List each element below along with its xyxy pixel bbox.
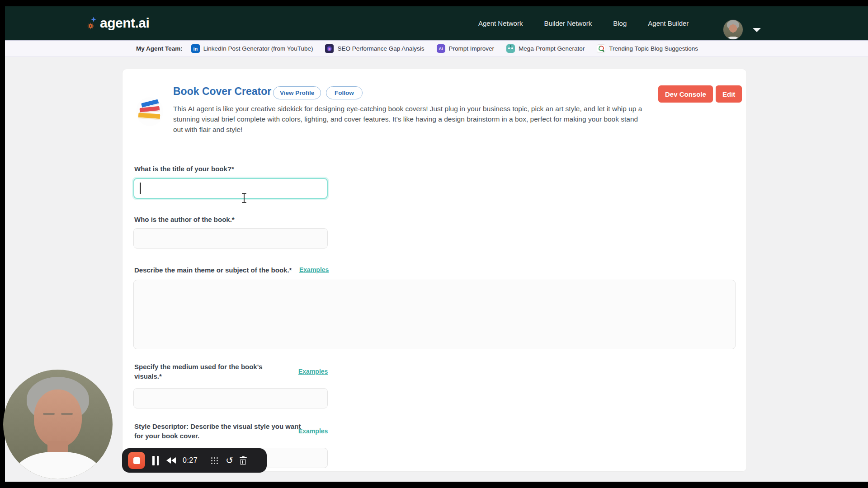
agent-card: Book Cover Creator View Profile Follow D…	[122, 69, 747, 472]
webcam-person-brows	[43, 413, 55, 415]
main-area: Book Cover Creator View Profile Follow D…	[5, 57, 868, 482]
webcam-person-face	[34, 389, 82, 447]
user-avatar[interactable]	[723, 19, 743, 40]
agent-team-bar: My Agent Team: in LinkedIn Post Generato…	[5, 40, 868, 57]
gear-icon	[89, 24, 93, 28]
book-author-field-wrap	[133, 228, 328, 249]
label-book-title: What is the title of your book?*	[134, 164, 234, 174]
team-item-seo-gap-analysis[interactable]: SEO Performance Gap Analysis	[325, 44, 424, 53]
book-theme-field-wrap	[133, 280, 736, 349]
team-item-prompt-improver[interactable]: AI Prompt Improver	[437, 44, 495, 53]
label-style-descriptor: Style Descriptor: Describe the visual st…	[134, 422, 304, 441]
chevron-down-icon[interactable]	[753, 28, 761, 32]
edit-button[interactable]: Edit	[716, 85, 742, 103]
seo-analysis-icon	[325, 44, 334, 53]
view-profile-button[interactable]: View Profile	[273, 86, 321, 99]
magnifier-icon	[597, 44, 605, 53]
recording-time: 0:27	[183, 456, 198, 465]
examples-link-style[interactable]: Examples	[298, 427, 328, 435]
team-item-mega-prompt-generator[interactable]: Mega-Prompt Generator	[506, 44, 585, 53]
top-header: agent.ai Agent Network Builder Network B…	[5, 6, 868, 40]
book-theme-textarea[interactable]	[133, 280, 736, 349]
follow-button[interactable]: Follow	[326, 86, 363, 99]
restart-recording-icon[interactable]: ↺	[226, 456, 233, 465]
logo[interactable]: agent.ai	[88, 6, 149, 40]
rewind-icon[interactable]	[166, 457, 176, 464]
trash-icon[interactable]	[240, 456, 247, 465]
book-medium-field-wrap	[133, 388, 328, 408]
examples-link-theme[interactable]: Examples	[299, 266, 329, 273]
prompt-improver-icon: AI	[437, 44, 445, 53]
header-nav: Agent Network Builder Network Blog Agent…	[478, 6, 689, 40]
webcam-overlay[interactable]	[3, 370, 113, 479]
nav-item-agent-builder[interactable]: Agent Builder	[648, 19, 689, 27]
nav-item-agent-network[interactable]: Agent Network	[478, 19, 523, 27]
app-window: agent.ai Agent Network Builder Network B…	[0, 0, 868, 488]
drag-handle-dots-icon[interactable]	[211, 457, 218, 464]
linkedin-icon: in	[191, 44, 200, 53]
book-stack-icon	[136, 97, 163, 126]
book-medium-input[interactable]	[133, 388, 328, 408]
book-title-input[interactable]	[133, 178, 328, 199]
nav-item-blog[interactable]: Blog	[613, 19, 627, 27]
agent-team-label: My Agent Team:	[136, 45, 183, 52]
examples-link-medium[interactable]: Examples	[298, 368, 328, 375]
stop-recording-button[interactable]	[128, 452, 145, 469]
label-book-medium: Specify the medium used for the book's v…	[134, 362, 279, 381]
agent-ai-logo-icon	[88, 14, 97, 32]
team-item-linkedin-post-generator[interactable]: in LinkedIn Post Generator (from YouTube…	[191, 44, 313, 53]
book-author-input[interactable]	[133, 228, 328, 249]
book-title-field-wrap	[133, 178, 328, 199]
book-gold	[138, 113, 160, 120]
agent-description: This AI agent is like your creative side…	[173, 103, 649, 135]
pause-icon[interactable]	[152, 456, 159, 465]
dev-console-button[interactable]: Dev Console	[658, 85, 713, 103]
label-book-author: Who is the author of the book.*	[134, 215, 235, 224]
nav-item-builder-network[interactable]: Builder Network	[544, 19, 592, 27]
recording-toolbar: 0:27 ↺	[122, 448, 267, 473]
page-title: Book Cover Creator	[173, 85, 271, 98]
spark-icon	[91, 17, 96, 22]
robot-icon	[506, 44, 515, 53]
team-item-trending-topics[interactable]: Trending Topic Blog Suggestions	[597, 44, 698, 53]
agent-team-list: My Agent Team: in LinkedIn Post Generato…	[136, 44, 704, 53]
label-book-theme: Describe the main theme or subject of th…	[134, 265, 292, 275]
logo-text: agent.ai	[100, 15, 149, 31]
